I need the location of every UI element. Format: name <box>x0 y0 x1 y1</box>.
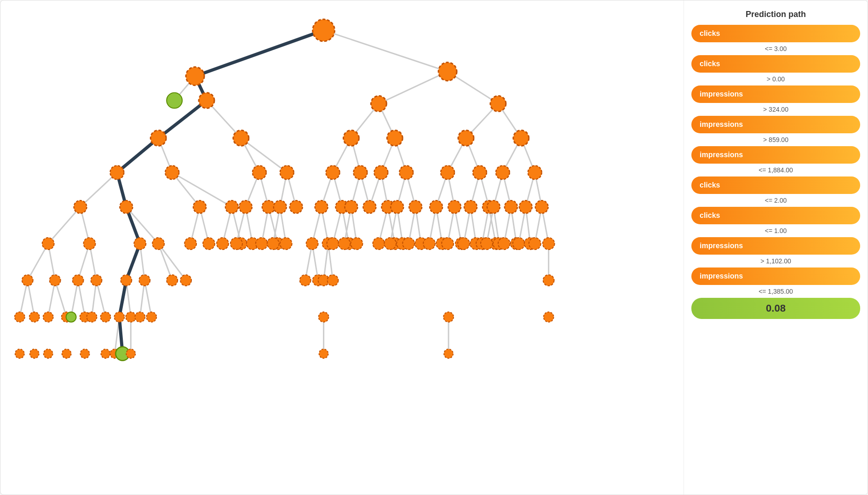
node-l6-29[interactable] <box>442 238 454 250</box>
node-l5-12[interactable] <box>363 200 376 213</box>
node-l6-21[interactable] <box>373 238 385 250</box>
node-l4-11[interactable] <box>496 165 510 179</box>
node-l6-9[interactable] <box>230 238 242 250</box>
node-l7-13[interactable] <box>543 275 554 286</box>
node-l1-right[interactable] <box>438 63 457 81</box>
node-l5-1[interactable] <box>74 200 87 213</box>
node-l6-31[interactable] <box>458 238 470 250</box>
node-l8-9[interactable] <box>126 312 136 322</box>
node-l4-1[interactable] <box>110 165 124 179</box>
pred-badge-impressions-4[interactable]: impressions <box>691 237 860 255</box>
node-l4-7[interactable] <box>374 165 388 179</box>
node-l9-8[interactable] <box>126 349 135 358</box>
node-l5-9[interactable] <box>315 200 328 213</box>
node-l4-10[interactable] <box>473 165 487 179</box>
node-l6-7[interactable] <box>217 238 229 250</box>
node-l6-5[interactable] <box>184 238 196 250</box>
node-l6-37[interactable] <box>498 238 510 250</box>
node-l6-25[interactable] <box>402 238 414 250</box>
pred-badge-clicks-3[interactable]: clicks <box>691 176 860 194</box>
node-l7-7[interactable] <box>167 275 178 286</box>
node-l6-39[interactable] <box>513 238 525 250</box>
node-l5-4[interactable] <box>225 200 238 213</box>
node-l3-1[interactable] <box>150 130 166 146</box>
node-l4-9[interactable] <box>441 165 454 179</box>
node-l9-6[interactable] <box>101 349 110 358</box>
node-l4-8[interactable] <box>399 165 413 179</box>
node-l5-23[interactable] <box>535 200 548 213</box>
node-l6-27[interactable] <box>423 238 435 250</box>
node-l6-42[interactable] <box>543 238 555 250</box>
node-l4-12[interactable] <box>528 165 542 179</box>
node-l8-7[interactable] <box>100 312 110 322</box>
node-l6-11[interactable] <box>256 238 268 250</box>
node-l5-21[interactable] <box>505 200 517 213</box>
node-l5-5[interactable] <box>239 200 252 213</box>
node-l8-14[interactable] <box>544 312 554 322</box>
node-l5-11[interactable] <box>345 200 357 213</box>
node-l5-18[interactable] <box>464 200 477 213</box>
node-l5-22[interactable] <box>519 200 532 213</box>
node-green-1[interactable] <box>167 93 182 108</box>
node-l8-2[interactable] <box>29 312 40 322</box>
node-l7-6[interactable] <box>139 275 150 286</box>
node-l9-1[interactable] <box>15 349 24 358</box>
node-l8-6[interactable] <box>87 312 97 322</box>
node-l6-3[interactable] <box>134 238 146 250</box>
node-970-r[interactable] <box>490 96 506 112</box>
node-l6-6[interactable] <box>203 238 215 250</box>
node-l3-5[interactable] <box>458 130 474 146</box>
pred-badge-clicks-1[interactable]: clicks <box>691 25 860 42</box>
node-l5-14[interactable] <box>391 200 403 213</box>
node-l5-20[interactable] <box>487 200 500 213</box>
pred-badge-impressions-3[interactable]: impressions <box>691 146 860 164</box>
node-l6-2[interactable] <box>84 238 96 250</box>
node-l1-left[interactable] <box>186 67 204 85</box>
node-l2-r[interactable] <box>199 93 214 108</box>
pred-badge-impressions-2[interactable]: impressions <box>691 116 860 133</box>
node-l9-3[interactable] <box>44 349 53 358</box>
node-l7-4[interactable] <box>91 275 102 286</box>
node-l4-5[interactable] <box>326 165 340 179</box>
node-l9-10[interactable] <box>444 349 453 358</box>
node-l6-23[interactable] <box>384 238 396 250</box>
node-l6-14[interactable] <box>280 238 292 250</box>
node-l4-4[interactable] <box>280 165 294 179</box>
node-green-2[interactable] <box>66 312 76 322</box>
pred-badge-impressions-1[interactable]: impressions <box>691 85 860 103</box>
node-l6-17[interactable] <box>327 238 339 250</box>
node-l8-10[interactable] <box>135 312 145 322</box>
node-l3-6[interactable] <box>513 130 529 146</box>
node-l6-20[interactable] <box>351 238 362 250</box>
node-l6-13[interactable] <box>267 238 279 250</box>
node-l5-8[interactable] <box>290 200 303 213</box>
node-l6-19[interactable] <box>339 238 351 250</box>
node-l9-9[interactable] <box>319 349 328 358</box>
node-l6-1[interactable] <box>42 238 54 250</box>
node-l3-3[interactable] <box>343 130 359 146</box>
node-l3-4[interactable] <box>387 130 402 146</box>
node-l5-3[interactable] <box>193 200 206 213</box>
node-l6-35[interactable] <box>481 238 493 250</box>
node-l4-6[interactable] <box>353 165 367 179</box>
node-l8-1[interactable] <box>15 312 25 322</box>
node-root[interactable] <box>313 19 335 41</box>
node-l8-3[interactable] <box>43 312 53 322</box>
node-l8-12[interactable] <box>319 312 329 322</box>
node-l7-8[interactable] <box>180 275 191 286</box>
node-970-l[interactable] <box>371 96 386 112</box>
node-l9-4[interactable] <box>62 349 71 358</box>
pred-badge-impressions-5[interactable]: impressions <box>691 267 860 285</box>
node-l5-7[interactable] <box>274 200 287 213</box>
pred-badge-clicks-4[interactable]: clicks <box>691 207 860 224</box>
node-l4-2[interactable] <box>165 165 179 179</box>
node-l7-2[interactable] <box>50 275 61 286</box>
node-l7-3[interactable] <box>73 275 84 286</box>
node-l9-2[interactable] <box>30 349 39 358</box>
node-l4-3[interactable] <box>253 165 266 179</box>
node-l7-9[interactable] <box>300 275 311 286</box>
node-l6-4[interactable] <box>152 238 164 250</box>
node-l5-16[interactable] <box>430 200 443 213</box>
node-l6-41[interactable] <box>529 238 541 250</box>
node-l5-17[interactable] <box>448 200 461 213</box>
